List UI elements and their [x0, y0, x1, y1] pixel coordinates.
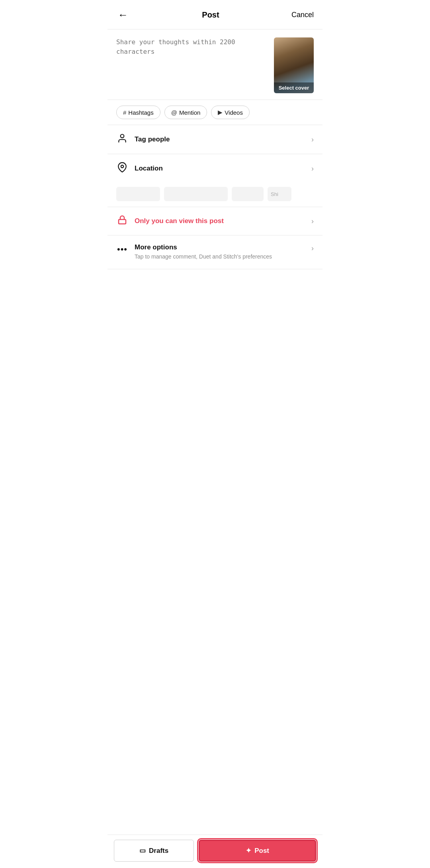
more-options-row[interactable]: ••• More options Tap to manage comment, … [108, 235, 322, 269]
select-cover-label: Select cover [274, 82, 314, 93]
privacy-label: Only you can view this post [135, 217, 305, 225]
mention-icon: @ [171, 109, 177, 116]
header: ← Post Cancel [108, 0, 322, 29]
post-button[interactable]: ✦ Post [199, 840, 316, 862]
cancel-button[interactable]: Cancel [291, 11, 314, 19]
location-tag-1[interactable] [116, 187, 160, 201]
location-tag-3[interactable] [232, 187, 264, 201]
location-tags: Shi [108, 183, 322, 207]
chips-row: # Hashtags @ Mention ▶ Videos [108, 100, 322, 125]
privacy-chevron: › [311, 217, 314, 225]
tag-people-label: Tag people [135, 135, 305, 143]
location-chevron: › [311, 165, 314, 173]
caption-input[interactable] [116, 37, 268, 85]
privacy-lock-icon [116, 215, 128, 227]
mention-label: Mention [179, 109, 200, 116]
bottom-bar: ▭ Drafts ✦ Post [108, 835, 322, 868]
caption-area: Select cover [108, 29, 322, 100]
tag-people-content: Tag people [135, 135, 305, 143]
tag-people-row[interactable]: Tag people › [108, 125, 322, 154]
hashtags-label: Hashtags [128, 109, 153, 116]
location-row[interactable]: Location › [108, 154, 322, 183]
drafts-icon: ▭ [139, 846, 146, 855]
page-title: Post [202, 10, 219, 20]
videos-icon: ▶ [218, 109, 223, 116]
drafts-button[interactable]: ▭ Drafts [114, 840, 194, 862]
location-icon [116, 162, 128, 175]
drafts-label: Drafts [149, 847, 168, 855]
mention-chip[interactable]: @ Mention [164, 106, 207, 119]
hashtags-chip[interactable]: # Hashtags [116, 106, 160, 119]
more-options-content: More options Tap to manage comment, Duet… [135, 243, 305, 261]
svg-point-0 [121, 134, 124, 138]
tag-people-icon [116, 133, 128, 146]
location-label: Location [135, 165, 305, 172]
more-options-chevron: › [311, 243, 314, 253]
more-options-icon: ••• [116, 243, 128, 255]
back-button[interactable]: ← [116, 7, 130, 23]
more-options-sublabel: Tap to manage comment, Duet and Stitch's… [135, 253, 305, 261]
location-content: Location [135, 165, 305, 172]
videos-chip[interactable]: ▶ Videos [211, 106, 250, 119]
svg-point-1 [121, 165, 124, 168]
videos-label: Videos [225, 109, 243, 116]
more-options-label: More options [135, 243, 305, 251]
location-tag-2[interactable] [164, 187, 228, 201]
hashtag-icon: # [123, 109, 126, 116]
svg-rect-2 [119, 219, 126, 224]
post-icon: ✦ [246, 846, 251, 855]
privacy-row[interactable]: Only you can view this post › [108, 207, 322, 235]
post-label: Post [254, 847, 269, 855]
location-tag-4[interactable]: Shi [268, 187, 291, 201]
cover-thumbnail[interactable]: Select cover [274, 37, 314, 93]
tag-people-chevron: › [311, 135, 314, 144]
